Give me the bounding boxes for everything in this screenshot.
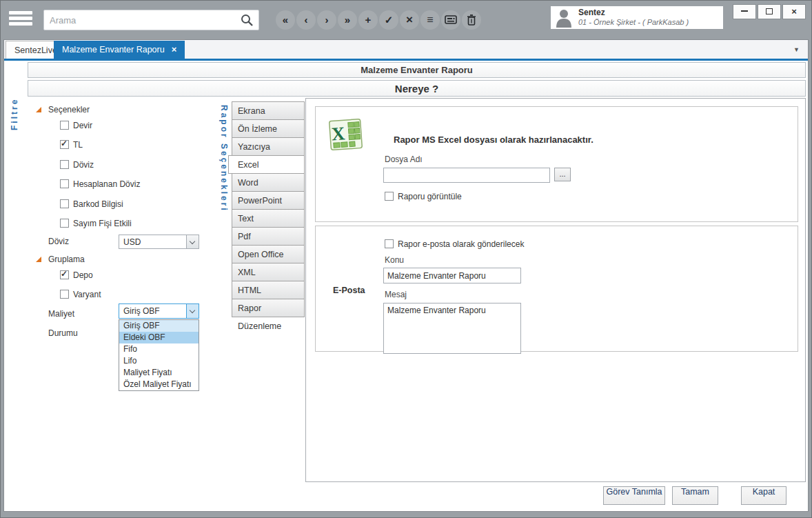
tab-rapor-duzenleme[interactable]: Rapor Düzenleme (232, 299, 305, 317)
checkbox-devir[interactable] (60, 121, 69, 130)
report-page: Malzeme Envanter Raporu Nereye ? Filtre … (4, 61, 808, 511)
user-avatar-icon (555, 8, 573, 28)
destination-title-bar: Nereye ? (28, 80, 806, 97)
email-group-label: E-Posta (333, 286, 365, 295)
main-toolbar: « ‹ › » + ✓ × ≡ (1, 1, 811, 39)
tab-yaziciya[interactable]: Yazıcıya (232, 137, 305, 156)
checkbox-sayim-fisi-etkili-label[interactable]: Sayım Fişi Etkili (73, 219, 132, 228)
tab-close-icon[interactable]: × (172, 41, 177, 59)
browse-button[interactable]: ... (554, 168, 571, 181)
expand-icon-gruplama[interactable] (36, 257, 41, 262)
svg-text:X: X (331, 123, 346, 144)
dropdown-item-ozel-maliyet-fiyati[interactable]: Özel Maliyet Fiyatı (119, 379, 199, 390)
search-input[interactable] (44, 15, 239, 26)
cancel-button[interactable]: × (400, 10, 419, 30)
checkbox-raporu-goruntule[interactable] (385, 192, 394, 201)
checkbox-barkod-bilgisi[interactable] (60, 199, 69, 208)
user-company: 01 - Örnek Şirket - ( ParkKasab ) (578, 18, 689, 27)
checkbox-send-email[interactable] (385, 239, 394, 248)
checkbox-depo[interactable] (60, 270, 69, 279)
cost-field-label: Maliyet (48, 309, 74, 319)
filter-panel-label[interactable]: Filtre (10, 67, 19, 130)
previous-record-button[interactable]: ‹ (296, 10, 316, 30)
dropdown-item-lifo[interactable]: Lifo (119, 355, 199, 367)
dropdown-item-fifo[interactable]: Fifo (119, 343, 199, 355)
currency-select-value: USD (123, 237, 141, 247)
checkbox-varyant-label[interactable]: Varyant (73, 290, 101, 299)
cost-select[interactable]: Giriş OBF (119, 303, 199, 319)
checkbox-send-email-label[interactable]: Rapor e-posta olarak gönderilecek (398, 239, 524, 249)
file-name-label: Dosya Adı (385, 155, 423, 164)
currency-field-label: Döviz (48, 237, 69, 246)
message-textarea[interactable] (383, 303, 521, 354)
next-record-button[interactable]: › (317, 10, 336, 30)
list-button[interactable]: ≡ (420, 10, 440, 30)
confirm-button[interactable]: ✓ (379, 10, 398, 30)
search-box[interactable] (43, 10, 259, 30)
checkbox-doviz-label[interactable]: Döviz (73, 160, 94, 170)
checkbox-tl-label[interactable]: TL (73, 140, 83, 150)
tab-text[interactable]: Text (232, 209, 305, 228)
subject-input[interactable] (383, 268, 521, 283)
tab-malzeme-envanter-raporu[interactable]: Malzeme Envanter Raporu × (54, 41, 185, 59)
report-options-panel-label: Rapor Seçenekleri (219, 105, 229, 212)
excel-output-panel: X Rapor MS Excel dosyası olarak hazırlan… (305, 98, 806, 482)
checkbox-hesaplanan-doviz-label[interactable]: Hesaplanan Döviz (73, 179, 140, 189)
report-title-bar: Malzeme Envanter Raporu (28, 62, 806, 78)
dropdown-item-maliyet-fiyati[interactable]: Maliyet Fiyatı (119, 367, 199, 379)
first-record-button[interactable]: « (276, 10, 295, 30)
chevron-down-icon[interactable] (186, 304, 199, 318)
chevron-down-icon[interactable] (186, 235, 199, 248)
tab-powerpoint[interactable]: PowerPoint (232, 191, 305, 210)
checkbox-hesaplanan-doviz[interactable] (60, 179, 69, 188)
tab-excel[interactable]: Excel (228, 155, 305, 174)
subject-label: Konu (385, 255, 404, 265)
last-record-button[interactable]: » (338, 10, 357, 30)
tab-ekrana[interactable]: Ekrana (232, 101, 305, 120)
excel-message: Rapor MS Excel dosyası olarak hazırlanac… (394, 135, 593, 145)
group-gruplama[interactable]: Gruplama (48, 255, 85, 264)
dropdown-item-eldeki-obf[interactable]: Eldeki OBF (119, 332, 199, 343)
checkbox-tl[interactable] (60, 140, 69, 149)
excel-icon: X (327, 116, 365, 153)
minimize-button[interactable] (733, 4, 756, 19)
tab-overflow-icon[interactable]: ▼ (793, 46, 800, 53)
tab-pdf[interactable]: Pdf (232, 227, 305, 246)
maximize-button[interactable] (758, 4, 781, 19)
task-define-button[interactable]: Görev Tanımla (603, 486, 665, 505)
tab-on-izleme[interactable]: Ön İzleme (232, 119, 305, 138)
group-secenekler[interactable]: Seçenekler (48, 105, 90, 114)
tab-word[interactable]: Word (232, 173, 305, 192)
status-field-label: Durumu (48, 328, 78, 338)
expand-icon-secenekler[interactable] (36, 107, 41, 112)
checkbox-barkod-bilgisi-label[interactable]: Barkod Bilgisi (73, 199, 123, 209)
checkbox-raporu-goruntule-label[interactable]: Raporu görüntüle (398, 192, 462, 201)
checkbox-depo-label[interactable]: Depo (73, 270, 93, 280)
tab-label: Malzeme Envanter Raporu (62, 41, 165, 59)
tab-open-office[interactable]: Open Office (232, 245, 305, 263)
checkbox-varyant[interactable] (60, 290, 69, 299)
ok-button[interactable]: Tamam (672, 486, 718, 505)
user-name: Sentez (578, 8, 689, 18)
checkbox-sayim-fisi-etkili[interactable] (60, 219, 69, 228)
excel-file-group: X Rapor MS Excel dosyası olarak hazırlan… (315, 106, 798, 222)
search-icon (239, 12, 254, 28)
close-button[interactable]: Kapat (741, 486, 786, 505)
user-info[interactable]: Sentez 01 - Örnek Şirket - ( ParkKasab ) (551, 6, 723, 29)
close-window-button[interactable]: × (782, 4, 806, 19)
tab-html[interactable]: HTML (232, 281, 305, 299)
delete-icon[interactable] (462, 10, 481, 30)
menu-icon[interactable] (9, 9, 32, 31)
message-label: Mesaj (385, 290, 407, 299)
cost-select-value: Giriş OBF (123, 306, 160, 316)
keyboard-icon[interactable] (441, 10, 460, 30)
currency-select[interactable]: USD (119, 235, 199, 249)
checkbox-doviz[interactable] (60, 160, 69, 169)
add-button[interactable]: + (358, 10, 378, 30)
report-output-tabs: Ekrana Ön İzleme Yazıcıya Excel Word Pow… (232, 102, 305, 317)
dropdown-item-giris-obf[interactable]: Giriş OBF (119, 320, 199, 332)
tab-xml[interactable]: XML (232, 263, 305, 281)
cost-dropdown-list: Giriş OBF Eldeki OBF Fifo Lifo Maliyet F… (119, 319, 199, 391)
file-name-input[interactable] (383, 168, 550, 183)
checkbox-devir-label[interactable]: Devir (73, 121, 92, 130)
